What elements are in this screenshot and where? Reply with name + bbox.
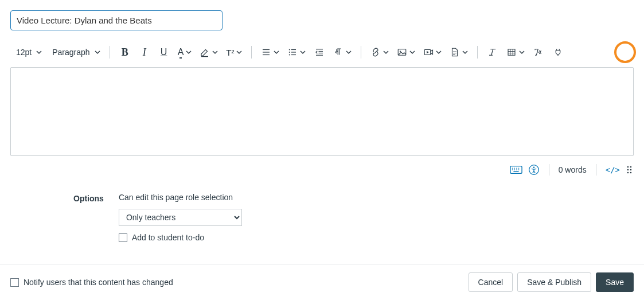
alignment-button[interactable] xyxy=(257,43,283,61)
svg-point-28 xyxy=(514,167,515,169)
svg-point-42 xyxy=(627,172,629,174)
accessibility-icon xyxy=(528,164,540,176)
italic-button[interactable]: I xyxy=(135,43,154,61)
link-icon xyxy=(370,47,381,57)
toolbar-separator xyxy=(361,46,361,59)
checkbox-icon xyxy=(10,278,19,287)
chevron-down-icon xyxy=(236,49,242,55)
underline-icon: U xyxy=(161,47,167,57)
svg-point-30 xyxy=(518,167,519,169)
role-field-label: Can edit this page role selection xyxy=(119,193,242,202)
svg-point-41 xyxy=(630,169,632,171)
svg-point-31 xyxy=(512,169,513,170)
indent-button[interactable] xyxy=(310,43,329,61)
editor-content[interactable] xyxy=(11,68,633,155)
options-section: Options Can edit this page role selectio… xyxy=(10,193,634,242)
media-icon xyxy=(423,47,434,57)
plug-icon xyxy=(553,47,563,57)
list-icon xyxy=(287,47,298,57)
embed-button[interactable] xyxy=(549,43,567,61)
statusbar-separator xyxy=(596,164,596,176)
chevron-down-icon xyxy=(186,49,192,55)
font-size-dropdown[interactable]: 12pt xyxy=(10,43,45,61)
clear-formatting-button[interactable] xyxy=(483,43,502,61)
highlight-ring xyxy=(614,41,636,63)
footer-bar: Notify users that this content has chang… xyxy=(0,264,644,300)
table-button[interactable] xyxy=(503,43,528,61)
equation-icon xyxy=(533,47,544,57)
statusbar-separator xyxy=(549,164,549,176)
media-button[interactable] xyxy=(420,43,445,61)
svg-point-33 xyxy=(516,169,517,170)
notify-label: Notify users that this content has chang… xyxy=(24,278,173,287)
block-format-label: Paragraph xyxy=(50,48,92,57)
todo-checkbox-row[interactable]: Add to student to-do xyxy=(119,233,242,242)
svg-point-29 xyxy=(516,167,517,169)
more-options-button[interactable] xyxy=(626,165,634,175)
word-count: 0 words xyxy=(559,165,587,174)
highlight-color-button[interactable] xyxy=(196,43,221,61)
save-publish-button[interactable]: Save & Publish xyxy=(517,272,591,292)
bold-icon: B xyxy=(122,46,128,59)
outdent-icon xyxy=(314,47,325,57)
equation-button[interactable] xyxy=(529,43,548,61)
role-select[interactable]: Only teachers xyxy=(119,209,242,226)
chevron-down-icon xyxy=(383,49,389,55)
image-icon xyxy=(397,47,407,57)
svg-point-32 xyxy=(514,169,515,170)
list-button[interactable] xyxy=(284,43,309,61)
svg-point-43 xyxy=(630,172,632,174)
document-icon xyxy=(450,47,460,57)
page-title-input[interactable] xyxy=(10,10,223,30)
superscript-icon: T² xyxy=(226,48,234,57)
cancel-button[interactable]: Cancel xyxy=(469,272,513,292)
italic-icon: I xyxy=(143,46,146,59)
align-icon xyxy=(261,47,271,57)
accessibility-checker-button[interactable] xyxy=(528,164,540,176)
html-view-button[interactable]: </> xyxy=(606,165,620,174)
chevron-down-icon xyxy=(36,49,42,55)
chevron-down-icon xyxy=(436,49,442,55)
options-label: Options xyxy=(73,193,104,242)
keyboard-shortcuts-button[interactable] xyxy=(510,165,522,174)
svg-point-40 xyxy=(627,169,629,171)
chevron-down-icon xyxy=(462,49,468,55)
chevron-down-icon xyxy=(409,49,415,55)
superscript-button[interactable]: T² xyxy=(223,43,245,61)
text-color-icon: A xyxy=(178,47,184,57)
keyboard-icon xyxy=(510,165,522,174)
chevron-down-icon xyxy=(274,49,279,55)
svg-point-15 xyxy=(400,50,401,52)
checkbox-icon xyxy=(119,233,127,242)
chevron-down-icon xyxy=(212,49,218,55)
pilcrow-icon xyxy=(333,47,344,57)
svg-point-27 xyxy=(512,167,513,169)
svg-point-34 xyxy=(518,169,519,170)
text-direction-button[interactable] xyxy=(330,43,355,61)
svg-point-6 xyxy=(289,52,290,53)
document-button[interactable] xyxy=(446,43,471,61)
link-button[interactable] xyxy=(367,43,392,61)
svg-point-4 xyxy=(289,49,290,50)
toolbar-separator xyxy=(477,46,478,59)
table-icon xyxy=(506,47,517,57)
highlighter-icon xyxy=(200,47,210,57)
svg-point-39 xyxy=(630,166,632,168)
notify-checkbox-row[interactable]: Notify users that this content has chang… xyxy=(10,278,173,287)
chevron-down-icon xyxy=(95,49,100,55)
block-format-dropdown[interactable]: Paragraph xyxy=(46,43,103,61)
toolbar-separator xyxy=(251,46,252,59)
chevron-down-icon xyxy=(300,49,306,55)
editor-toolbar: 12pt Paragraph B I U A T² xyxy=(10,43,634,61)
editor-area xyxy=(10,67,634,156)
save-button[interactable]: Save xyxy=(596,272,634,292)
chevron-down-icon xyxy=(519,49,525,55)
text-color-button[interactable]: A xyxy=(174,43,196,61)
toolbar-separator xyxy=(110,46,110,59)
bold-button[interactable]: B xyxy=(116,43,134,61)
chevron-down-icon xyxy=(346,49,352,55)
editor-statusbar: 0 words </> xyxy=(10,164,634,176)
underline-button[interactable]: U xyxy=(155,43,173,61)
image-button[interactable] xyxy=(393,43,419,61)
clear-format-icon xyxy=(487,47,498,57)
